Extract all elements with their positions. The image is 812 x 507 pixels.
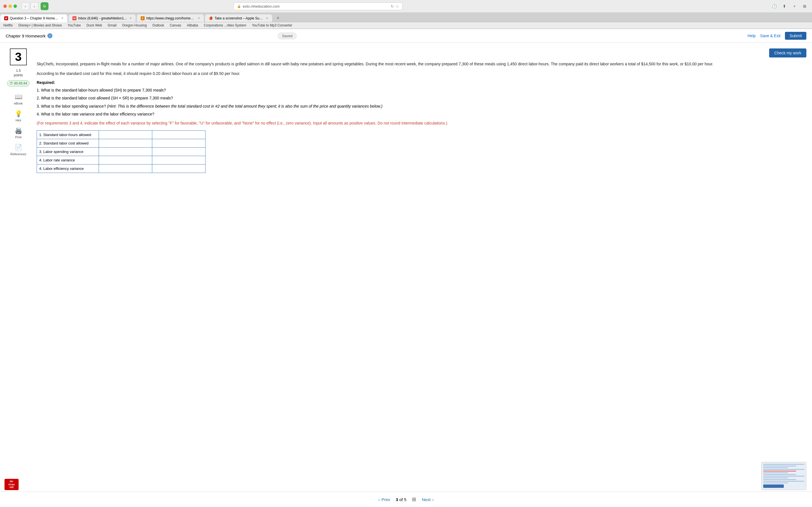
req-4-text: 4. What is the labor rate variance and t… bbox=[37, 112, 154, 116]
sidebar: 3 1.5 points ⏱ 00:45:44 📖 eBook 💡 Hint 🖨… bbox=[6, 48, 31, 488]
url-text: ezto.mheducation.com bbox=[243, 4, 280, 8]
warning-text: (For requirements 3 and 4, indicate the … bbox=[37, 120, 806, 126]
row-4b-input1[interactable] bbox=[99, 164, 152, 173]
bookmark-alibaba[interactable]: Alibaba bbox=[187, 23, 198, 27]
row-2-input1[interactable] bbox=[99, 139, 152, 147]
help-link[interactable]: Help bbox=[748, 34, 756, 38]
table-row: 4. Labor rate variance bbox=[37, 156, 206, 164]
tab-favicon-connect: M bbox=[4, 16, 8, 20]
history-btn[interactable]: 🕐 bbox=[770, 2, 778, 10]
preview-line bbox=[763, 477, 788, 478]
bookmark-canvas[interactable]: Canvas bbox=[170, 23, 181, 27]
bookmark-oregon[interactable]: Oregon Housing bbox=[122, 23, 147, 27]
hint-label: Hint bbox=[15, 119, 21, 122]
row-3-input2[interactable] bbox=[152, 147, 206, 156]
row-1-input2[interactable] bbox=[152, 130, 206, 139]
tab-title-apple: Take a screenshot – Apple Support bbox=[214, 16, 264, 20]
references-btn[interactable]: 📄 References bbox=[7, 142, 30, 158]
tab-favicon-chegg: C bbox=[141, 16, 145, 20]
content-area: Check my work SkyChefs, Incorporated, pr… bbox=[37, 48, 806, 488]
ebook-btn[interactable]: 📖 eBook bbox=[7, 91, 30, 107]
tab-close-chegg[interactable]: ✕ bbox=[198, 17, 200, 20]
new-tab-add-btn[interactable]: + bbox=[274, 14, 282, 22]
bookmark-icon[interactable]: ☆ bbox=[396, 4, 399, 8]
tab-close-gmail[interactable]: ✕ bbox=[130, 17, 132, 20]
grammarly-icon[interactable]: G bbox=[41, 2, 49, 10]
req-3-hint: (Hint: This is the difference between th… bbox=[107, 104, 383, 108]
bookmark-disney[interactable]: Disney+ | Movies and Shows bbox=[18, 23, 62, 27]
bookmark-outlook[interactable]: Outlook bbox=[153, 23, 164, 27]
row-4a-label: 4. Labor rate variance bbox=[37, 156, 99, 164]
tab-apple[interactable]: 🍎 Take a screenshot – Apple Support ✕ bbox=[205, 14, 272, 22]
save-exit-link[interactable]: Save & Exit bbox=[760, 34, 780, 38]
info-icon[interactable]: i bbox=[47, 33, 52, 38]
check-my-work-button[interactable]: Check my work bbox=[769, 48, 806, 57]
row-4a-input2[interactable] bbox=[152, 156, 206, 164]
row-4b-input1-field[interactable] bbox=[101, 166, 150, 171]
row-3-label: 3. Labor spending variance bbox=[37, 147, 99, 156]
row-4b-input2-field[interactable] bbox=[154, 166, 203, 171]
row-4a-input1[interactable] bbox=[99, 156, 152, 164]
row-1-input1[interactable] bbox=[99, 130, 152, 139]
bookmark-duckweb[interactable]: Duck Web bbox=[87, 23, 102, 27]
question-number-box: 3 bbox=[10, 48, 27, 65]
bookmark-corporations[interactable]: Corporations ...rities System bbox=[204, 23, 246, 27]
tab-gmail[interactable]: M Inbox (8,646) - greatwhitelion14@gmail… bbox=[68, 14, 136, 22]
tab-close-apple[interactable]: ✕ bbox=[266, 17, 268, 20]
back-btn[interactable]: ‹ bbox=[21, 2, 29, 10]
minimize-window-btn[interactable] bbox=[8, 4, 12, 8]
bookmark-gmail[interactable]: Gmail bbox=[108, 23, 116, 27]
references-label: References bbox=[10, 152, 26, 156]
row-4a-input2-field[interactable] bbox=[154, 158, 203, 163]
ebook-icon: 📖 bbox=[15, 93, 22, 101]
maximize-window-btn[interactable] bbox=[13, 4, 17, 8]
tab-connect[interactable]: M Question 3 – Chapter 9 Homework – Conn… bbox=[0, 14, 68, 22]
hint-btn[interactable]: 💡 Hint bbox=[7, 108, 30, 124]
forward-btn[interactable]: › bbox=[31, 2, 38, 10]
close-window-btn[interactable] bbox=[3, 4, 7, 8]
address-bar[interactable]: 🔒 ezto.mheducation.com ↻ ☆ bbox=[234, 3, 403, 10]
print-btn[interactable]: 🖨️ Print bbox=[7, 125, 30, 141]
table-row: 2. Standard labor cost allowed bbox=[37, 139, 206, 147]
tab-close-connect[interactable]: ✕ bbox=[61, 17, 63, 20]
req-item-4: 4. What is the labor rate variance and t… bbox=[37, 111, 806, 117]
window-controls bbox=[3, 4, 17, 8]
bookmark-youtube[interactable]: YouTube bbox=[68, 23, 81, 27]
timer-icon: ⏱ bbox=[10, 81, 13, 86]
req-item-2: 2. What is the standard labor cost allow… bbox=[37, 95, 806, 101]
preview-line bbox=[763, 481, 804, 482]
share-btn[interactable]: ⬆ bbox=[780, 2, 788, 10]
preview-line bbox=[763, 479, 796, 480]
tab-chegg[interactable]: C https://www.chegg.com/homework-help/qu… bbox=[137, 14, 204, 22]
answer-table: 1. Standard labor-hours allowed 2. Stand… bbox=[37, 130, 206, 173]
browser-nav-btns: ‹ › bbox=[21, 2, 38, 10]
browser-toolbar: ‹ › G 🔒 ezto.mheducation.com ↻ ☆ 🕐 ⬆ ＋ ⊞ bbox=[0, 0, 812, 12]
mcgrawhill-logo: McGrawHill bbox=[4, 479, 18, 490]
preview-line-red bbox=[763, 471, 796, 471]
row-4a-input1-field[interactable] bbox=[101, 158, 150, 163]
row-3-input1[interactable] bbox=[99, 147, 152, 156]
tab-favicon-gmail: M bbox=[72, 16, 77, 20]
tab-grid-btn[interactable]: ⊞ bbox=[801, 2, 809, 10]
req-item-1: 1. What is the standard labor-hours allo… bbox=[37, 87, 806, 93]
row-4b-label: 4. Labor efficiency variance bbox=[37, 164, 99, 173]
browser-chrome: ‹ › G 🔒 ezto.mheducation.com ↻ ☆ 🕐 ⬆ ＋ ⊞… bbox=[0, 0, 812, 29]
preview-line bbox=[763, 474, 796, 475]
row-1-input1-field[interactable] bbox=[101, 132, 150, 137]
bookmark-netflix[interactable]: Netflix bbox=[3, 23, 13, 27]
reload-icon[interactable]: ↻ bbox=[391, 4, 394, 8]
submit-button[interactable]: Submit bbox=[785, 32, 806, 40]
new-tab-btn[interactable]: ＋ bbox=[791, 2, 799, 10]
references-icon: 📄 bbox=[15, 144, 22, 151]
row-4b-input2[interactable] bbox=[152, 164, 206, 173]
row-1-input2-field[interactable] bbox=[154, 132, 203, 137]
table-row: 3. Labor spending variance bbox=[37, 147, 206, 156]
row-3-input2-field[interactable] bbox=[154, 149, 203, 154]
row-2-input1-field[interactable] bbox=[101, 140, 150, 146]
page-footer: ‹ Prev 3 of 5 ⊞ Next › bbox=[0, 492, 812, 494]
row-2-input2-field[interactable] bbox=[154, 140, 203, 146]
tab-title-connect: Question 3 – Chapter 9 Homework – Connec… bbox=[10, 16, 59, 20]
row-2-input2[interactable] bbox=[152, 139, 206, 147]
row-3-input1-field[interactable] bbox=[101, 149, 150, 154]
bookmark-ytmp3[interactable]: YouTube to Mp3 Converter bbox=[252, 23, 292, 27]
